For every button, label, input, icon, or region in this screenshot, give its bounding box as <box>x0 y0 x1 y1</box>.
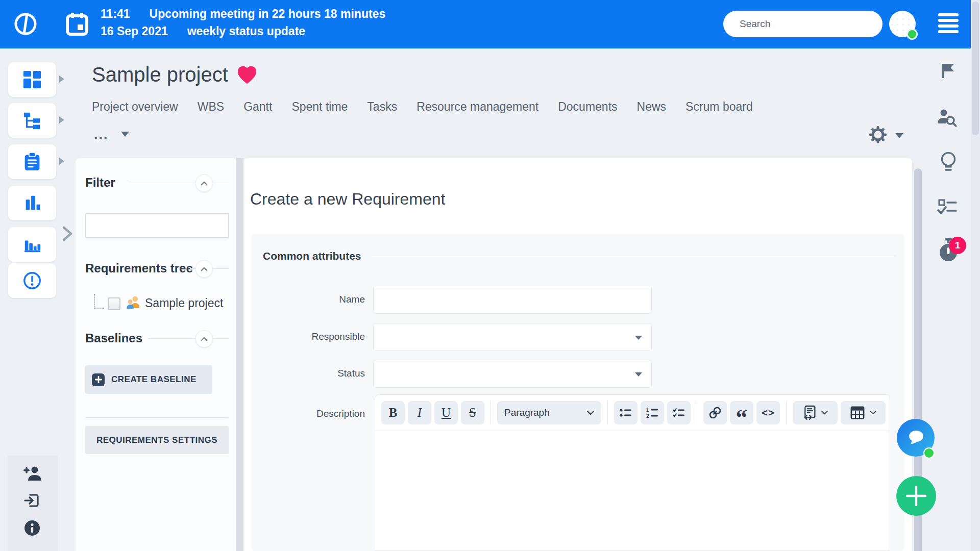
chevron-right-icon[interactable] <box>59 76 64 83</box>
tab-scrum-board[interactable]: Scrum board <box>685 100 753 114</box>
checklist-icon[interactable] <box>937 199 957 215</box>
link-button[interactable] <box>703 401 727 424</box>
collapse-filter-button[interactable] <box>195 174 213 192</box>
name-label: Name <box>250 294 365 305</box>
event-row[interactable]: 16 Sep 2021 weekly status update <box>101 24 305 38</box>
template-icon <box>803 405 816 420</box>
baselines-section-title: Baselines <box>85 331 142 345</box>
top-bar: 11:41 Upcoming meeting in 22 hours 18 mi… <box>0 0 980 48</box>
page-title: Sample project <box>92 63 228 86</box>
create-baseline-button[interactable]: CREATE BASELINE <box>85 365 212 394</box>
description-label: Description <box>250 408 365 419</box>
tab-project-overview[interactable]: Project overview <box>92 100 178 114</box>
sidebar-item-charts[interactable] <box>8 186 56 220</box>
page: 11:41 Upcoming meeting in 22 hours 18 mi… <box>0 0 980 551</box>
settings-caret-icon[interactable] <box>895 133 903 138</box>
project-title-row: Sample project <box>92 63 258 86</box>
divider <box>85 417 228 418</box>
requirements-settings-label: REQUIREMENTS SETTINGS <box>96 435 217 445</box>
bulleted-list-icon <box>620 408 632 418</box>
panel-resize-handle[interactable] <box>236 158 243 551</box>
timer-badge: 1 <box>949 237 966 254</box>
dashboard-icon <box>22 70 42 89</box>
bulleted-list-button[interactable] <box>614 401 638 424</box>
editor-content-area[interactable] <box>375 431 890 548</box>
chevron-up-icon <box>201 181 208 186</box>
gear-icon[interactable] <box>869 126 887 144</box>
window-scrollbar-thumb[interactable] <box>972 2 979 135</box>
online-status-dot <box>906 29 918 40</box>
plus-icon <box>906 486 926 506</box>
tree-item-sample-project[interactable]: Sample project <box>145 296 223 310</box>
tab-resource-management[interactable]: Resource management <box>416 100 538 114</box>
sidebar-item-tasks[interactable] <box>8 144 56 179</box>
paragraph-label: Paragraph <box>504 407 550 418</box>
tab-tasks[interactable]: Tasks <box>367 100 397 114</box>
toolbar-separator <box>786 401 787 424</box>
code-button[interactable]: <> <box>756 401 780 424</box>
alert-icon <box>22 271 42 290</box>
insert-template-dropdown[interactable] <box>793 401 838 424</box>
event-title: weekly status update <box>187 24 305 38</box>
sidebar-footer <box>8 456 58 551</box>
sidebar-item-reports[interactable] <box>8 227 56 262</box>
collapse-baselines-button[interactable] <box>195 330 213 347</box>
avatar[interactable] <box>889 11 916 37</box>
tab-documents[interactable]: Documents <box>558 100 617 114</box>
create-baseline-label: CREATE BASELINE <box>111 374 197 385</box>
todo-list-icon <box>673 408 685 418</box>
responsible-select[interactable] <box>373 323 652 351</box>
name-field[interactable] <box>373 286 652 314</box>
collapse-tree-button[interactable] <box>195 260 213 278</box>
sidebar-item-dashboard[interactable] <box>8 62 56 97</box>
paragraph-dropdown[interactable]: Paragraph <box>497 401 601 424</box>
table-icon <box>850 406 865 419</box>
search-input[interactable] <box>723 11 883 37</box>
requirements-settings-button[interactable]: REQUIREMENTS SETTINGS <box>85 426 229 454</box>
tab-spent-time[interactable]: Spent time <box>291 100 348 114</box>
lightbulb-icon[interactable] <box>940 152 957 175</box>
tab-wbs[interactable]: WBS <box>198 100 224 114</box>
responsible-label: Responsible <box>250 331 365 342</box>
numbered-list-button[interactable]: 1 2 <box>641 401 664 424</box>
todo-list-button[interactable] <box>667 401 691 424</box>
chevron-up-icon <box>201 337 208 341</box>
italic-button[interactable]: I <box>408 401 431 424</box>
tab-news[interactable]: News <box>637 100 667 114</box>
strikethrough-button[interactable]: S <box>461 401 484 424</box>
insert-table-dropdown[interactable] <box>841 401 886 424</box>
expand-panel-chevron-icon[interactable] <box>61 226 74 242</box>
user-search-icon[interactable] <box>937 108 957 128</box>
tab-gantt[interactable]: Gantt <box>243 100 272 114</box>
sidebar-item-wbs-tree[interactable] <box>8 103 56 138</box>
sidebar-item-alerts[interactable] <box>8 263 56 298</box>
add-user-icon[interactable] <box>23 466 42 481</box>
bold-button[interactable]: B <box>381 401 405 424</box>
block-quote-button[interactable]: “ <box>730 401 753 424</box>
chat-button[interactable] <box>897 419 935 457</box>
project-people-icon <box>126 295 141 310</box>
tree-icon <box>22 111 42 130</box>
clipboard-icon <box>23 152 41 171</box>
status-select[interactable] <box>373 360 652 388</box>
hamburger-menu-icon[interactable] <box>938 13 959 36</box>
info-icon[interactable] <box>24 520 40 536</box>
ellipsis-label: ... <box>94 132 109 138</box>
select-caret-icon <box>635 372 642 377</box>
form-title: Create a new Requirement <box>250 190 445 209</box>
chevron-up-icon <box>201 267 208 271</box>
more-tabs-dropdown[interactable]: ... <box>94 132 129 138</box>
chevron-right-icon[interactable] <box>59 116 64 123</box>
meeting-reminder-row[interactable]: 11:41 Upcoming meeting in 22 hours 18 mi… <box>101 7 385 21</box>
tree-item-checkbox[interactable] <box>108 297 120 310</box>
exit-icon[interactable] <box>24 492 40 509</box>
calendar-icon[interactable] <box>66 12 88 36</box>
app-logo-icon[interactable] <box>13 12 38 36</box>
filter-input[interactable] <box>85 213 229 238</box>
flag-icon[interactable] <box>940 63 955 79</box>
underline-button[interactable]: U <box>434 401 458 424</box>
chevron-down-icon <box>821 411 828 415</box>
chevron-right-icon[interactable] <box>59 158 64 165</box>
bar-chart-icon <box>22 193 42 213</box>
add-new-button[interactable] <box>896 476 936 516</box>
